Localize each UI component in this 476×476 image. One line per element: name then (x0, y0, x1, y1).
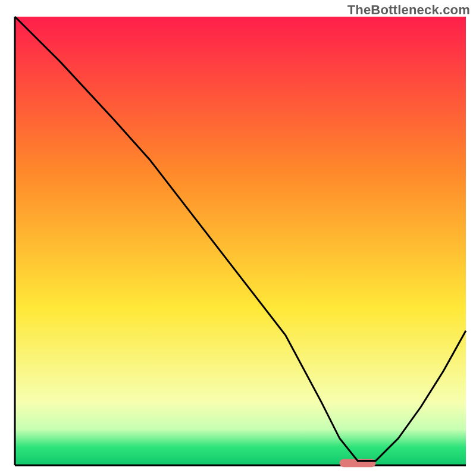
plot-gradient-background (15, 17, 466, 465)
bottleneck-chart (0, 0, 476, 476)
chart-container: TheBottleneck.com (0, 0, 476, 476)
